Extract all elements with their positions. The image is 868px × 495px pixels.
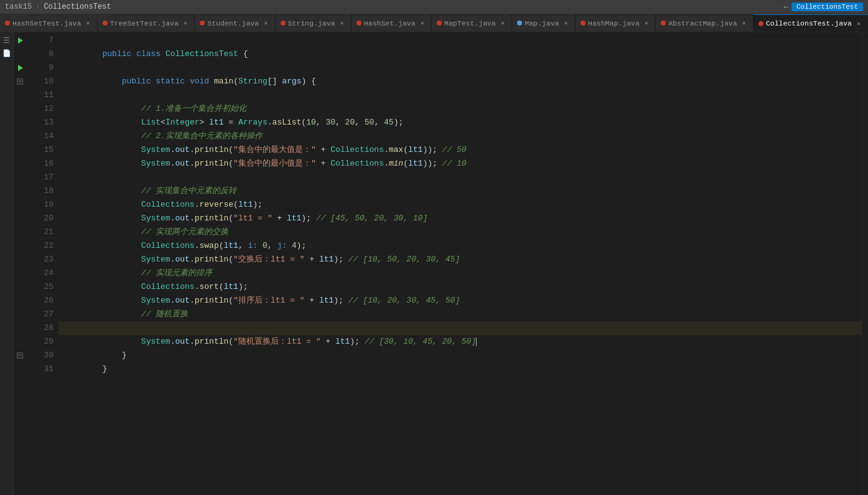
gutter-25	[14, 294, 26, 308]
tab-hashset[interactable]: HashSet.java ✕	[352, 14, 432, 32]
code-line-13: // 2.实现集合中元素的各种操作	[58, 116, 862, 130]
vertical-scrollbar[interactable]	[862, 32, 868, 495]
sidebar-icon-2[interactable]: 📄	[1, 47, 12, 59]
code-line-16	[58, 157, 862, 171]
line-num-13: 13	[29, 116, 54, 130]
line-num-25: 25	[29, 280, 54, 294]
tab-label-hashsettest: HashSetTest.java	[12, 19, 81, 27]
title-icon-back[interactable]: ←	[784, 2, 789, 12]
line-num-16: 16	[29, 157, 54, 171]
run-arrow-9[interactable]	[18, 65, 23, 71]
tab-map[interactable]: Map.java ✕	[512, 14, 576, 32]
tab-label-student: Student.java	[207, 19, 259, 27]
sidebar-icon-1[interactable]: ☰	[1, 35, 12, 46]
tab-dot-collectionstest	[758, 21, 763, 26]
tab-close-treesettest[interactable]: ✕	[181, 19, 190, 27]
gutter-19	[14, 212, 26, 225]
gutter-9b: -	[14, 75, 26, 88]
tab-student[interactable]: Student.java ✕	[195, 14, 275, 32]
gutter-17	[14, 184, 26, 198]
tab-treesettest[interactable]: TreeSetTest.java ✕	[98, 14, 195, 32]
tab-label-collectionstest: CollectionsTest.java	[766, 19, 852, 27]
code-editor[interactable]: public class CollectionsTest { public st…	[58, 32, 862, 495]
tab-close-hashsettest[interactable]: ✕	[83, 19, 92, 27]
tab-string[interactable]: String.java ✕	[276, 14, 352, 32]
title-task-label: task15	[5, 2, 32, 11]
gutter-10	[14, 88, 26, 102]
line-num-7: 7	[29, 34, 54, 47]
code-line-25: System.out.println("排序后：lt1 = " + lt1); …	[58, 280, 862, 294]
tab-close-maptest[interactable]: ✕	[498, 19, 507, 27]
gutter-7	[14, 34, 26, 47]
tab-abstractmap[interactable]: AbstractMap.java ✕	[656, 14, 754, 32]
tab-close-hashset[interactable]: ✕	[418, 19, 427, 27]
tab-hashsettest[interactable]: HashSetTest.java ✕	[0, 14, 98, 32]
editor-area: ☰ 📄 -	[0, 32, 868, 495]
tab-label-hashset: HashSet.java	[364, 19, 416, 27]
code-line-22: System.out.println("交换后：lt1 = " + lt1); …	[58, 239, 862, 253]
line-num-10: 10	[29, 75, 54, 88]
tab-close-collectionstest[interactable]: ✕	[854, 19, 863, 28]
code-line-30: }	[58, 349, 862, 362]
tab-dot-student	[200, 21, 205, 26]
line-num-24: 24	[29, 266, 54, 280]
gutter-18	[14, 198, 26, 212]
tab-close-map[interactable]: ✕	[561, 19, 570, 27]
code-container[interactable]: - -	[14, 32, 868, 495]
title-bar-right: ← CollectionsTest	[784, 2, 863, 12]
line-num-23: 23	[29, 253, 54, 266]
line-num-18: 18	[29, 184, 54, 198]
gutter-24	[14, 280, 26, 294]
code-line-28: System.out.println("随机置换后：lt1 = " + lt1)…	[58, 321, 862, 335]
tab-label-treesettest: TreeSetTest.java	[110, 19, 179, 27]
title-bar: task15 › CollectionsTest ← CollectionsTe…	[0, 0, 868, 14]
tab-dot-maptest	[437, 21, 442, 26]
tab-dot-map	[517, 21, 522, 26]
tab-label-hashmap: HashMap.java	[588, 19, 640, 27]
line-num-30: 30	[29, 349, 54, 362]
tab-close-hashmap[interactable]: ✕	[642, 19, 651, 27]
code-line-12: List<Integer> lt1 = Arrays.asList(10, 30…	[58, 102, 862, 116]
gutter-13	[14, 130, 26, 143]
gutter-29: -	[14, 349, 26, 362]
tab-close-abstractmap[interactable]: ✕	[740, 19, 749, 27]
sidebar: ☰ 📄	[0, 32, 14, 495]
gutter-21	[14, 239, 26, 253]
tab-close-student[interactable]: ✕	[261, 19, 270, 27]
code-line-20: // 实现两个元素的交换	[58, 212, 862, 225]
tab-dot-abstractmap	[661, 21, 666, 26]
code-line-11: // 1.准备一个集合并初始化	[58, 88, 862, 102]
tab-close-string[interactable]: ✕	[337, 19, 346, 27]
code-line-9: public static void main(String[] args) {	[58, 61, 862, 75]
gutter-30	[14, 362, 26, 376]
line-numbers: 7 8 9 10 11 12 13 14 15 16 17 18 19 20 2…	[26, 32, 58, 495]
tab-hashmap[interactable]: HashMap.java ✕	[576, 14, 656, 32]
code-line-18: Collections.reverse(lt1);	[58, 184, 862, 198]
gutter-31	[14, 376, 26, 390]
gutter-22	[14, 253, 26, 266]
tab-label-abstractmap: AbstractMap.java	[668, 19, 737, 27]
code-line-15: System.out.println("集合中的最小值是：" + Collect…	[58, 143, 862, 157]
line-num-11: 11	[29, 88, 54, 102]
tab-bar: HashSetTest.java ✕ TreeSetTest.java ✕ St…	[0, 14, 868, 32]
tab-maptest[interactable]: MapTest.java ✕	[432, 14, 512, 32]
code-line-24: Collections.sort(lt1);	[58, 266, 862, 280]
tab-dot-string	[281, 21, 286, 26]
fold-9[interactable]: -	[17, 78, 23, 85]
code-line-26: // 随机置换	[58, 294, 862, 308]
run-arrow-7[interactable]	[18, 37, 23, 44]
fold-29[interactable]: -	[17, 352, 23, 359]
code-line-31	[58, 362, 862, 376]
gutter-23	[14, 266, 26, 280]
code-line-21: Collections.swap(lt1, i: 0, j: 4);	[58, 225, 862, 239]
line-num-15: 15	[29, 143, 54, 157]
line-num-27: 27	[29, 308, 54, 321]
gutter-28	[14, 335, 26, 349]
line-num-29: 29	[29, 335, 54, 349]
line-num-21: 21	[29, 225, 54, 239]
gutter-14	[14, 143, 26, 157]
code-line-14: System.out.println("集合中的最大值是：" + Collect…	[58, 130, 862, 143]
tab-dot-hashmap	[581, 21, 586, 26]
tab-collectionstest[interactable]: CollectionsTest.java ✕	[754, 14, 868, 32]
gutter: - -	[14, 32, 26, 495]
